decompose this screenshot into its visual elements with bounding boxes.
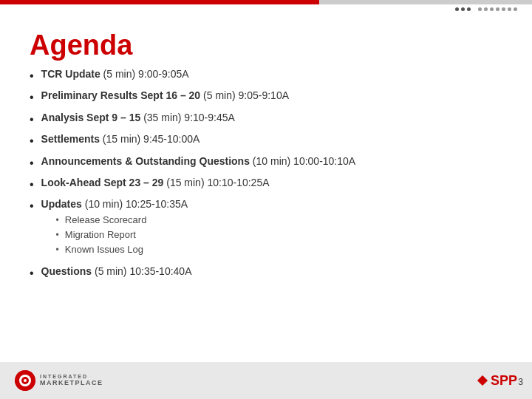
top-bar [0,0,532,4]
footer-bar: INTEGRATED MARKETPLACE SPP [0,362,532,399]
dot [461,7,465,11]
page-number: 3 [518,377,523,387]
agenda-list: • TCR Update (5 min) 9:00-9:05A • Prelim… [30,67,502,282]
sub-bullet-icon: • [56,244,59,256]
logo-circle [15,370,35,391]
bullet-icon: • [30,198,34,214]
bullet-icon: • [30,68,34,84]
list-item: • Announcements & Outstanding Questions … [30,154,502,171]
decorative-dots [455,7,517,11]
dot [455,7,459,11]
list-item: • Questions (5 min) 10:35-10:40A [30,265,502,282]
list-item: • Settlements (15 min) 9:45-10:00A [30,132,502,149]
dot [496,7,499,11]
item-text: Updates (10 min) 10:25-10:35A • Release … [41,197,188,259]
item-text: Questions (5 min) 10:35-10:40A [41,265,192,279]
list-item: • Analysis Sept 9 – 15 (35 min) 9:10-9:4… [30,111,502,128]
list-item: • TCR Update (5 min) 9:00-9:05A [30,67,502,84]
bullet-icon: • [30,133,34,149]
dot [502,7,505,11]
logo-text: INTEGRATED MARKETPLACE [40,374,103,387]
bullet-icon: • [30,112,34,128]
item-text: TCR Update (5 min) 9:00-9:05A [41,67,189,82]
sub-list-item: • Known Issues Log [56,243,188,256]
sub-list: • Release Scorecard • Migration Report •… [56,214,188,257]
list-item: • Preliminary Results Sept 16 – 20 (5 mi… [30,89,502,106]
sub-item-label: Release Scorecard [65,214,147,227]
item-text: Settlements (15 min) 9:45-10:00A [41,132,200,147]
sub-bullet-icon: • [56,214,59,227]
item-text: Look-Ahead Sept 23 – 29 (15 min) 10:10-1… [41,176,270,191]
sub-list-item: • Migration Report [56,228,188,242]
spp-label: SPP [491,373,517,389]
integrated-marketplace-logo: INTEGRATED MARKETPLACE [15,370,103,391]
item-text: Preliminary Results Sept 16 – 20 (5 min)… [41,89,289,103]
bullet-icon: • [30,265,34,282]
dot [514,7,517,11]
sub-list-item: • Release Scorecard [56,214,188,227]
page-title: Agenda [30,30,502,61]
dot [478,7,482,11]
sub-bullet-icon: • [56,229,59,242]
item-text: Analysis Sept 9 – 15 (35 min) 9:10-9:45A [41,111,235,126]
list-item: • Updates (10 min) 10:25-10:35A • Releas… [30,197,502,259]
bullet-icon: • [30,155,34,171]
sub-item-label: Known Issues Log [65,243,143,256]
logo-circle-svg [15,370,35,391]
dot [484,7,488,11]
logo-line2: MARKETPLACE [40,380,103,387]
slide: Agenda • TCR Update (5 min) 9:00-9:05A •… [0,0,532,399]
spp-logo: SPP [479,373,517,389]
svg-point-3 [24,379,27,382]
item-text: Announcements & Outstanding Questions (1… [41,154,356,169]
bullet-icon: • [30,89,34,106]
spp-diamond-icon [477,375,488,386]
list-item: • Look-Ahead Sept 23 – 29 (15 min) 10:10… [30,176,502,193]
dot [467,7,471,11]
bullet-icon: • [30,177,34,193]
dot [490,7,494,11]
sub-item-label: Migration Report [65,228,136,242]
dot [508,7,511,11]
